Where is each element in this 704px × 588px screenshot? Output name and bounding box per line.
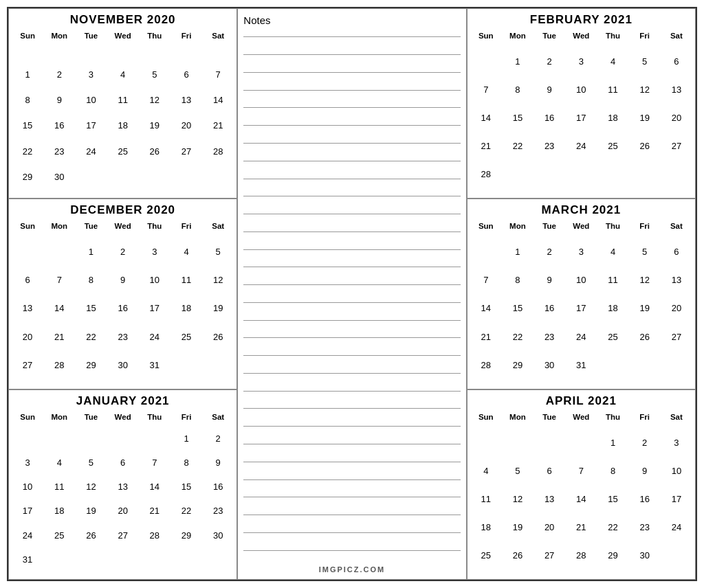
cal-day: 25	[170, 328, 202, 357]
cal-day: 8	[12, 91, 43, 117]
cal-day: 17	[565, 109, 597, 137]
cal-title-dec2020: DECEMBER 2020	[12, 203, 234, 217]
cal-day: 18	[170, 299, 202, 328]
cal-header-tue: Tue	[534, 220, 565, 243]
cal-day: 22	[12, 143, 43, 168]
cal-day: 12	[75, 478, 107, 502]
notes-line	[243, 550, 460, 551]
cal-day: 28	[470, 166, 502, 194]
cal-day: 18	[470, 519, 502, 547]
cal-day: 27	[107, 527, 139, 551]
cal-day	[12, 243, 43, 271]
cal-day	[202, 357, 234, 385]
cal-header-fri: Fri	[170, 220, 202, 243]
cal-header-fri: Fri	[170, 30, 202, 50]
cal-day: 5	[629, 243, 661, 271]
cal-title-apr2021: APRIL 2021	[470, 394, 692, 408]
cal-header-mon: Mon	[502, 411, 534, 434]
cal-day: 27	[170, 143, 202, 168]
cal-day: 14	[470, 299, 502, 328]
cal-day: 7	[565, 462, 597, 490]
cal-day: 23	[534, 328, 565, 357]
cal-day	[43, 430, 75, 454]
cal-day: 3	[75, 66, 107, 91]
cal-header-sun: Sun	[12, 220, 43, 243]
cal-day: 17	[661, 490, 692, 519]
cal-day	[470, 243, 502, 271]
cal-day: 3	[565, 243, 597, 271]
cal-day: 4	[597, 53, 628, 81]
notes-line	[243, 391, 460, 392]
cal-day: 2	[107, 243, 139, 271]
cal-day: 9	[43, 91, 75, 117]
cal-day: 3	[565, 53, 597, 81]
cal-day: 9	[629, 462, 661, 490]
cal-grid-jan2021: SunMonTueWedThuFriSat1234567891011121314…	[12, 411, 234, 575]
notes-line	[243, 161, 460, 161]
cal-header-thu: Thu	[139, 220, 170, 243]
cal-day: 14	[565, 490, 597, 519]
cal-day	[565, 434, 597, 462]
cal-day	[629, 357, 661, 385]
notes-line	[243, 196, 460, 196]
cal-day	[139, 50, 170, 65]
cal-day: 15	[170, 478, 202, 502]
cal-day: 10	[12, 478, 43, 502]
cal-title-mar2021: MARCH 2021	[470, 203, 692, 217]
cal-day: 13	[107, 478, 139, 502]
cal-header-mon: Mon	[43, 220, 75, 243]
cal-day: 21	[139, 502, 170, 526]
cal-day: 14	[470, 109, 502, 137]
cal-day: 10	[661, 462, 692, 490]
cal-day	[107, 430, 139, 454]
cal-day: 2	[534, 53, 565, 81]
cal-day: 1	[502, 243, 534, 271]
cal-day: 20	[534, 519, 565, 547]
cal-day	[107, 551, 139, 575]
cal-header-wed: Wed	[565, 220, 597, 243]
notes-line	[243, 373, 460, 374]
cal-day: 20	[107, 502, 139, 526]
cal-header-thu: Thu	[139, 30, 170, 50]
cal-day: 15	[597, 490, 628, 519]
cal-day: 8	[502, 271, 534, 299]
cal-day: 17	[12, 502, 43, 526]
cal-day: 22	[502, 137, 534, 166]
cal-day: 11	[170, 271, 202, 299]
cal-day: 4	[597, 243, 628, 271]
cal-header-mon: Mon	[43, 411, 75, 430]
cal-grid-apr2021: SunMonTueWedThuFriSat1234567891011121314…	[470, 411, 692, 575]
cal-header-fri: Fri	[170, 411, 202, 430]
cal-header-thu: Thu	[139, 411, 170, 430]
cal-day: 5	[202, 243, 234, 271]
cal-grid-dec2020: SunMonTueWedThuFriSat1234567891011121314…	[12, 220, 234, 384]
cal-day: 7	[43, 271, 75, 299]
cal-header-tue: Tue	[75, 411, 107, 430]
cal-day	[12, 430, 43, 454]
cal-day: 9	[534, 81, 565, 109]
cal-day: 25	[597, 137, 628, 166]
cal-day: 15	[12, 117, 43, 142]
cal-day: 6	[170, 66, 202, 91]
cal-day: 5	[75, 454, 107, 478]
cal-day	[534, 166, 565, 194]
cal-day: 14	[139, 478, 170, 502]
cal-day: 11	[107, 91, 139, 117]
cal-day: 18	[597, 299, 628, 328]
cal-day: 5	[502, 462, 534, 490]
cal-day: 30	[43, 168, 75, 194]
cal-day: 21	[202, 117, 234, 142]
calendar-apr2021: APRIL 2021SunMonTueWedThuFriSat123456789…	[467, 389, 696, 580]
cal-day: 20	[12, 328, 43, 357]
cal-day: 6	[12, 271, 43, 299]
cal-day	[43, 243, 75, 271]
cal-day: 24	[139, 328, 170, 357]
notes-line	[243, 497, 460, 497]
cal-day	[502, 166, 534, 194]
cal-day: 22	[170, 502, 202, 526]
cal-day: 28	[202, 143, 234, 168]
footer-label: IMGPICZ.COM	[243, 565, 460, 574]
cal-day: 28	[43, 357, 75, 385]
cal-day: 22	[597, 519, 628, 547]
notes-line	[243, 514, 460, 515]
